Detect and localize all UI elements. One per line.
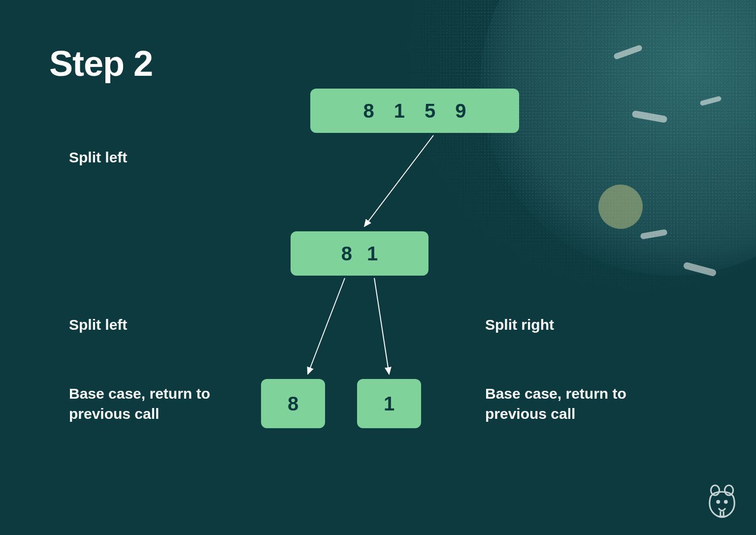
slide-title: Step 2 (49, 43, 153, 84)
label-split-left-1: Split left (69, 148, 127, 168)
background-streak (683, 261, 717, 277)
node-value: 8 (288, 393, 298, 415)
background-dot (598, 185, 643, 229)
svg-line-1 (364, 135, 433, 226)
node-leaf-right: 1 (357, 379, 421, 428)
background-circle (480, 0, 756, 276)
node-value: 8 (341, 243, 352, 265)
node-value: 1 (394, 100, 405, 122)
node-value: 5 (425, 100, 435, 122)
label-base-case-right: Base case, return to previous call (485, 384, 648, 424)
background-streak (613, 44, 643, 60)
node-value: 1 (367, 243, 378, 265)
background-streak (699, 95, 722, 106)
svg-line-2 (308, 278, 345, 374)
label-split-left-2: Split left (69, 315, 127, 335)
node-leaf-left: 8 (261, 379, 325, 428)
svg-point-6 (717, 501, 720, 503)
background-streak (631, 110, 667, 123)
node-root: 8 1 5 9 (310, 89, 519, 133)
node-value: 8 (363, 100, 374, 122)
svg-line-3 (374, 278, 389, 374)
background-streak (640, 229, 667, 239)
node-mid: 8 1 (291, 231, 428, 276)
svg-point-7 (724, 501, 727, 503)
node-value: 9 (455, 100, 466, 122)
beaver-logo-icon (703, 482, 741, 520)
node-value: 1 (384, 393, 394, 415)
label-split-right: Split right (485, 315, 554, 335)
label-base-case-left: Base case, return to previous call (69, 384, 231, 424)
